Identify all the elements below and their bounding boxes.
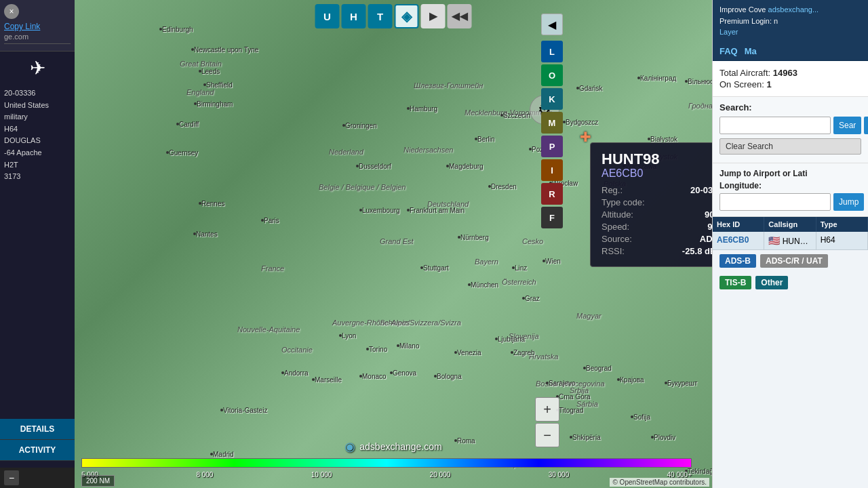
- city-dot: [220, 409, 223, 411]
- th-type: Type: [816, 217, 868, 232]
- map-area[interactable]: Great BritainEnglandNederlandBelgie / Be…: [75, 0, 712, 488]
- city-dot: [617, 378, 620, 381]
- zoom-minus-left[interactable]: −: [4, 470, 19, 485]
- total-aircraft-row: Total Aircraft: 14963: [719, 68, 861, 78]
- zoom-out-button[interactable]: −: [535, 423, 559, 447]
- collapse-button[interactable]: ◀: [541, 14, 563, 35]
- toolbar-btn-u[interactable]: U: [315, 4, 340, 28]
- scale-bar: 200 NM: [81, 475, 115, 487]
- city-dot: [685, 80, 688, 83]
- aircraft-info: 20-03336 United States military H64 DOUG…: [0, 85, 75, 186]
- search-input[interactable]: [719, 117, 831, 134]
- right-letter-buttons: L O K M P I R F: [541, 41, 563, 228]
- map-toolbar: U H T ◈ ▶ ◀◀: [315, 4, 472, 28]
- popup-rssi-val: -25.8 dBFS: [682, 246, 712, 256]
- zoom-in-button[interactable]: +: [535, 397, 559, 422]
- map-btn-m[interactable]: M: [541, 112, 563, 134]
- th-callsign: Callsign: [764, 217, 816, 232]
- map-link[interactable]: Ma: [745, 46, 757, 56]
- layer-link[interactable]: Layer: [719, 28, 738, 36]
- toolbar-btn-next[interactable]: ▶: [421, 4, 446, 28]
- adsbexchange-logo: ◉ adsbexchange.com: [344, 439, 441, 454]
- city-dot: [366, 348, 369, 350]
- toolbar-btn-t[interactable]: T: [368, 4, 393, 28]
- popup-type-label: Type code:: [601, 197, 645, 207]
- city-dot: [454, 351, 457, 354]
- copyright-text: © OpenStreetMap contributors.: [612, 479, 707, 486]
- bar-label-1: 8 000: [196, 471, 213, 479]
- toolbar-btn-layer[interactable]: ◈: [395, 4, 419, 28]
- city-dot: [390, 371, 393, 374]
- city-dot: [199, 202, 201, 205]
- aircraft-popup: HUNT98 AE6CB0 Reg.: 20-03336 Type code: …: [590, 142, 712, 267]
- popup-source-label: Source:: [601, 234, 632, 244]
- map-zoom-buttons: + −: [535, 397, 559, 447]
- city-dot: [193, 232, 196, 235]
- bar-label-3: 20 000: [430, 471, 451, 479]
- jump-row: Jump: [719, 193, 861, 211]
- popup-speed-val: 99 kt: [707, 222, 712, 232]
- search-label: Search:: [719, 102, 861, 113]
- table-row[interactable]: AE6CB0 🇺🇸 HUNT98 H64: [713, 232, 868, 250]
- city-dot: [512, 266, 515, 269]
- aircraft-silhouette: ✈: [0, 52, 75, 85]
- popup-source-val: ADS-B: [700, 234, 712, 244]
- tab-activity[interactable]: ACTIVITY: [0, 440, 75, 461]
- close-button[interactable]: ×: [4, 4, 19, 19]
- td-callsign: 🇺🇸 HUNT98: [764, 232, 816, 249]
- toolbar-btn-prev[interactable]: ◀◀: [448, 4, 472, 28]
- map-btn-k[interactable]: K: [541, 88, 563, 110]
- faq-link[interactable]: FAQ: [719, 46, 738, 56]
- jump-section: Jump to Airport or Lati Longitude: Jump: [713, 163, 868, 217]
- search-button[interactable]: Sear: [833, 117, 861, 134]
- squawk-val: 3173: [4, 171, 71, 183]
- clear-search-button[interactable]: Clear Search: [719, 138, 861, 155]
- bar-label-2: 10 000: [311, 471, 332, 479]
- logo-icon: ◉: [344, 439, 355, 454]
- city-dot: [359, 375, 362, 378]
- city-dot: [359, 209, 362, 211]
- city-dot: [342, 124, 345, 127]
- reg-value: 20-03336: [4, 87, 71, 100]
- aircraft-marker[interactable]: ✚: [580, 129, 593, 142]
- squawk-type: H2T: [4, 159, 71, 171]
- stats-section: Total Aircraft: 14963 On Screen: 1: [713, 61, 868, 97]
- map-btn-l[interactable]: L: [541, 41, 563, 62]
- map-btn-o[interactable]: O: [541, 64, 563, 86]
- popup-speed-label: Speed:: [601, 222, 629, 232]
- city-dot: [454, 439, 457, 442]
- city-dot: [542, 260, 545, 262]
- map-btn-f[interactable]: F: [541, 207, 563, 228]
- city-dot: [570, 436, 572, 439]
- map-btn-i[interactable]: I: [541, 159, 563, 181]
- tab-details[interactable]: DETAILS: [0, 419, 75, 440]
- map-btn-p[interactable]: P: [541, 136, 563, 157]
- city-dot: [651, 436, 654, 439]
- right-panel-header: Improve Cove adsbexchang... Premium Logi…: [713, 0, 868, 42]
- total-label: Total Aircraft:: [719, 68, 770, 78]
- city-dot: [356, 165, 359, 167]
- adsbexchange-link[interactable]: adsbexchang...: [768, 5, 819, 14]
- city-dot: [583, 367, 586, 369]
- on-screen-row: On Screen: 1: [719, 79, 861, 89]
- jump-label: Jump to Airport or Lati: [719, 169, 861, 178]
- category-value: military: [4, 111, 71, 123]
- city-dot: [194, 102, 197, 105]
- city-dot: [261, 219, 264, 222]
- city-dot: [495, 338, 498, 340]
- jump-button[interactable]: Jump: [833, 193, 864, 211]
- jump-input[interactable]: [719, 193, 831, 211]
- popup-alt-label: Altitude:: [601, 209, 633, 220]
- popup-rssi-label: RSSI:: [601, 246, 625, 256]
- map-btn-r[interactable]: R: [541, 183, 563, 205]
- city-dot: [576, 87, 579, 89]
- toolbar-btn-h[interactable]: H: [342, 4, 366, 28]
- source-tags-row: ADS-B ADS-C/R / UAT: [713, 250, 868, 272]
- copy-link[interactable]: Copy Link: [4, 22, 71, 31]
- popup-alt-val: 900 ft: [705, 209, 712, 220]
- right-panel-nav-links: FAQ Ma: [713, 42, 868, 61]
- city-dot: [458, 236, 460, 239]
- filters-button[interactable]: Filters: [864, 117, 868, 134]
- total-value: 14963: [773, 68, 797, 78]
- source-tags-row-2: TIS-B Other: [713, 272, 868, 293]
